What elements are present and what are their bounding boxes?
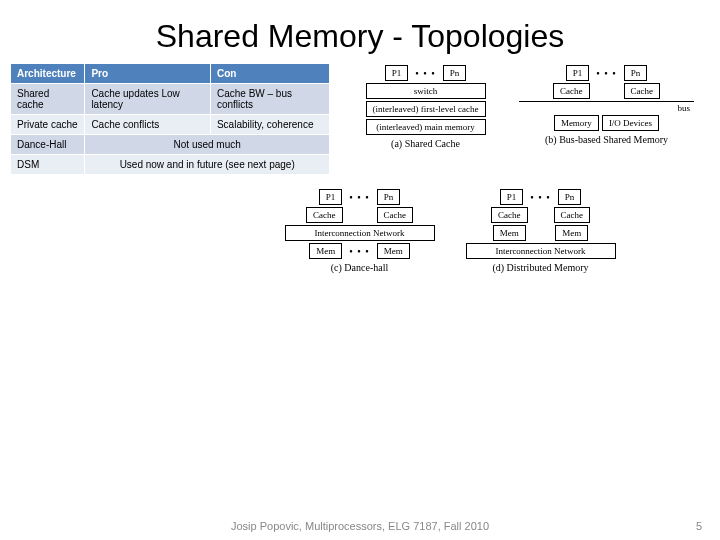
content-area: Architecture Pro Con Shared cache Cache … xyxy=(0,63,720,175)
th-con: Con xyxy=(210,64,329,84)
cache-box: Cache xyxy=(377,207,414,223)
cache-box: Cache xyxy=(554,207,591,223)
ellipsis-icon: • • • xyxy=(411,68,440,79)
table-row: DSM Used now and in future (see next pag… xyxy=(11,155,330,175)
table-header-row: Architecture Pro Con xyxy=(11,64,330,84)
diagram-caption: (c) Dance-hall xyxy=(272,262,447,273)
diagram-caption: (b) Bus-based Shared Memory xyxy=(519,134,694,145)
cell-merged: Not used much xyxy=(85,135,330,155)
io-box: I/O Devices xyxy=(602,115,659,131)
memory-box: Memory xyxy=(554,115,599,131)
proc-box: P1 xyxy=(385,65,409,81)
diagrams-top: P1 • • • Pn switch (interleaved) first-l… xyxy=(330,63,710,175)
proc-box: Pn xyxy=(443,65,467,81)
ellipsis-icon: • • • xyxy=(592,68,621,79)
cell-pro: Cache updates Low latency xyxy=(85,84,211,115)
th-pro: Pro xyxy=(85,64,211,84)
cell-con: Cache BW – bus conflicts xyxy=(210,84,329,115)
mem-box: Mem xyxy=(309,243,342,259)
cache-box: Cache xyxy=(553,83,590,99)
footer-text: Josip Popovic, Multiprocessors, ELG 7187… xyxy=(0,520,720,532)
cell-merged: Used now and in future (see next page) xyxy=(85,155,330,175)
cache-box: Cache xyxy=(491,207,528,223)
proc-box: P1 xyxy=(500,189,524,205)
cell-arch: DSM xyxy=(11,155,85,175)
mem-box: Mem xyxy=(493,225,526,241)
diagram-caption: (a) Shared Cache xyxy=(338,138,513,149)
diagram-distributed-memory: P1 • • • Pn Cache Mem Cache Mem Intercon… xyxy=(453,187,628,273)
proc-box: Pn xyxy=(377,189,401,205)
proc-box: P1 xyxy=(566,65,590,81)
ellipsis-icon: • • • xyxy=(345,192,374,203)
table-container: Architecture Pro Con Shared cache Cache … xyxy=(10,63,330,175)
mem-box: Mem xyxy=(377,243,410,259)
mem-box: Mem xyxy=(555,225,588,241)
cell-arch: Shared cache xyxy=(11,84,85,115)
proc-box: P1 xyxy=(319,189,343,205)
cache-box: Cache xyxy=(306,207,343,223)
th-architecture: Architecture xyxy=(11,64,85,84)
table-row: Shared cache Cache updates Low latency C… xyxy=(11,84,330,115)
ellipsis-icon: • • • xyxy=(526,192,555,203)
proc-box: Pn xyxy=(624,65,648,81)
diagram-bus-based: P1 • • • Pn Cache Cache bus Memory I/O D… xyxy=(519,63,694,149)
proc-box: Pn xyxy=(558,189,582,205)
memory-box: (interleaved) main memory xyxy=(366,119,486,135)
slide-title: Shared Memory - Topologies xyxy=(0,0,720,63)
page-number: 5 xyxy=(696,520,702,532)
diagrams-bottom: P1 • • • Pn Cache Cache Interconnection … xyxy=(0,187,720,273)
cache-box: (interleaved) first-level cache xyxy=(366,101,486,117)
cell-con: Scalability, coherence xyxy=(210,115,329,135)
diagram-dance-hall: P1 • • • Pn Cache Cache Interconnection … xyxy=(272,187,447,273)
cell-arch: Dance-Hall xyxy=(11,135,85,155)
diagram-caption: (d) Distributed Memory xyxy=(453,262,628,273)
ellipsis-icon: • • • xyxy=(345,246,374,257)
bus-label: bus xyxy=(519,103,694,113)
table-row: Dance-Hall Not used much xyxy=(11,135,330,155)
switch-box: switch xyxy=(366,83,486,99)
cell-arch: Private cache xyxy=(11,115,85,135)
cache-box: Cache xyxy=(624,83,661,99)
network-box: Interconnection Network xyxy=(466,243,616,259)
bus-line xyxy=(519,101,694,102)
architecture-table: Architecture Pro Con Shared cache Cache … xyxy=(10,63,330,175)
cell-pro: Cache conflicts xyxy=(85,115,211,135)
diagram-shared-cache: P1 • • • Pn switch (interleaved) first-l… xyxy=(338,63,513,149)
table-row: Private cache Cache conflicts Scalabilit… xyxy=(11,115,330,135)
network-box: Interconnection Network xyxy=(285,225,435,241)
